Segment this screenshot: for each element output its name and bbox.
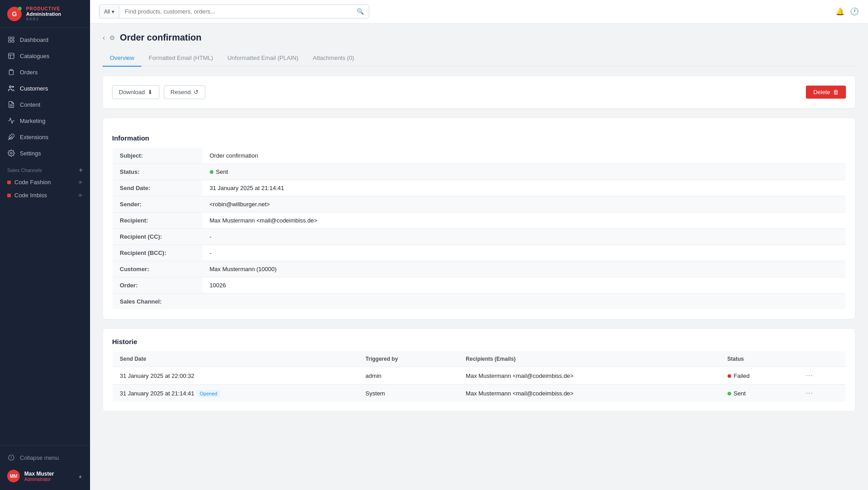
user-profile[interactable]: MM Max Muster Administrator ▲ [0,466,90,486]
clock-icon[interactable]: 🕐 [850,7,859,16]
topbar-actions: 🔔 🕐 [836,7,859,16]
trash-icon: 🗑 [833,89,839,95]
tab-bar: Overview Formatted Email (HTML) Unformat… [103,50,855,67]
svg-rect-1 [12,37,14,39]
history-send-date: 31 January 2025 at 21:14:41Opened [113,385,358,402]
info-card: Information Subject:Order confirmationSt… [103,118,855,319]
channel-label-code-fashion: Code Fashion [14,179,74,186]
status-dot [728,392,731,395]
eye-icon-code-fashion[interactable]: 👁 [78,180,83,185]
sidebar-item-code-imbiss[interactable]: Code Imbiss 👁 [0,189,90,202]
info-row: Send Date:31 January 2025 at 21:14:41 [113,180,846,196]
svg-point-14 [10,152,12,154]
add-sales-channel-button[interactable]: + [79,167,83,174]
resend-button[interactable]: Resend ↺ [164,85,205,99]
tab-overview[interactable]: Overview [103,50,141,67]
status-dot [210,170,213,174]
info-row: Recipient (BCC):- [113,245,846,261]
eye-icon-code-imbiss[interactable]: 👁 [78,193,83,198]
sidebar-label-marketing: Marketing [20,118,45,124]
sidebar-label-catalogues: Catalogues [20,53,50,59]
download-button[interactable]: Download ⬇ [112,85,159,99]
info-row: Sales Channel: [113,294,846,310]
info-row: Subject:Order confirmation [113,148,846,164]
info-row-label: Send Date: [113,180,203,196]
info-row: Sender:<robin@willburger.net> [113,196,846,213]
topbar: All ▾ 🔍 🔔 🕐 [90,0,868,23]
page-title: Order confirmation [120,32,201,43]
svg-point-9 [13,86,14,87]
history-row-actions[interactable]: ··· [799,385,846,402]
sidebar-item-customers[interactable]: Customers [0,80,90,96]
app-subtitle: Administration [26,11,61,17]
collapse-icon [7,454,15,462]
history-card: Historie Send DateTriggered byRecipients… [103,328,855,412]
svg-rect-2 [9,40,11,42]
info-row-value: - [203,229,846,245]
info-section: Information Subject:Order confirmationSt… [112,134,846,310]
sidebar-item-marketing[interactable]: Marketing [0,113,90,129]
info-row: Recipient (CC):- [113,229,846,245]
sidebar-item-extensions[interactable]: Extensions [0,129,90,145]
history-col-header: Send Date [113,351,358,367]
tab-plain[interactable]: Unformatted Email (PLAIN) [220,50,306,67]
logo-icon: G [7,7,22,21]
sidebar-label-dashboard: Dashboard [20,36,49,43]
orders-icon [7,68,15,76]
breadcrumb-settings-icon[interactable]: ⚙ [109,34,115,41]
back-button[interactable]: ‹ [103,34,105,42]
download-icon: ⬇ [148,89,153,95]
search-bar: All ▾ 🔍 [99,5,369,18]
app-title: PRODUCTIVE [26,6,61,11]
sidebar-item-dashboard[interactable]: Dashboard [0,32,90,48]
history-recipients: Max Mustermann <mail@codeimbiss.de> [459,385,720,402]
history-row: 31 January 2025 at 21:14:41OpenedSystemM… [113,385,846,402]
delete-label: Delete [813,89,830,95]
info-row-value: - [203,245,846,261]
info-row-label: Sales Channel: [113,294,203,310]
tab-attachments[interactable]: Attachments (0) [306,50,362,67]
chevron-up-icon: ▲ [78,473,83,479]
history-recipients: Max Mustermann <mail@codeimbiss.de> [459,367,720,385]
avatar: MM [7,470,20,482]
search-type-dropdown[interactable]: All ▾ [99,6,119,18]
history-col-header: Recipients (Emails) [459,351,720,367]
sidebar-item-content[interactable]: Content [0,96,90,113]
user-name: Max Muster [24,471,73,477]
history-col-actions [799,351,846,367]
sidebar-label-extensions: Extensions [20,134,49,141]
sidebar: G PRODUCTIVE Administration 6.6.8.1 Dash… [0,0,90,490]
channel-dot-icon-2 [7,194,11,197]
notifications-icon[interactable]: 🔔 [836,7,845,16]
extensions-icon [7,133,15,141]
collapse-menu-button[interactable]: Collapse menu [0,449,90,466]
customers-icon [7,84,15,92]
info-row-value: Order confirmation [203,148,846,164]
page-header: ‹ ⚙ Order confirmation [103,32,855,43]
action-bar: Download ⬇ Resend ↺ Delete 🗑 [112,85,846,99]
info-row-label: Customer: [113,261,203,277]
sidebar-item-orders[interactable]: Orders [0,64,90,80]
info-row-label: Recipient (BCC): [113,245,203,261]
tab-html[interactable]: Formatted Email (HTML) [141,50,220,67]
history-title: Historie [112,338,846,345]
info-row: Customer:Max Mustermann (10000) [113,261,846,277]
history-col-header: Triggered by [358,351,459,367]
delete-button[interactable]: Delete 🗑 [806,86,846,99]
action-card: Download ⬇ Resend ↺ Delete 🗑 [103,76,855,109]
info-row-label: Subject: [113,148,203,164]
info-row-value: <robin@willburger.net> [203,196,846,213]
more-actions-button[interactable]: ··· [806,389,813,397]
search-input[interactable] [119,5,352,18]
app-version: 6.6.8.1 [26,17,61,21]
sidebar-item-settings[interactable]: Settings [0,145,90,161]
info-table: Subject:Order confirmationStatus:SentSen… [112,147,846,310]
history-row: 31 January 2025 at 22:00:32adminMax Must… [113,367,846,385]
search-submit-button[interactable]: 🔍 [352,5,369,18]
history-row-actions[interactable]: ··· [799,367,846,385]
info-row-label: Order: [113,277,203,294]
more-actions-button[interactable]: ··· [806,372,813,380]
status-dot [728,374,731,378]
sidebar-item-catalogues[interactable]: Catalogues [0,48,90,64]
sidebar-item-code-fashion[interactable]: Code Fashion 👁 [0,176,90,189]
